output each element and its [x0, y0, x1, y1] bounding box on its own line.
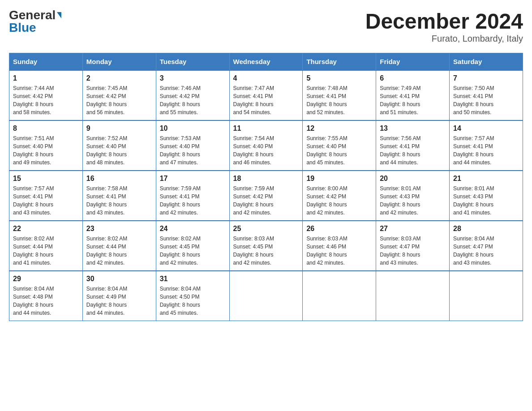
- calendar-header-row: SundayMondayTuesdayWednesdayThursdayFrid…: [9, 53, 523, 71]
- day-info: Sunrise: 8:04 AMSunset: 4:50 PMDaylight:…: [160, 285, 226, 317]
- day-number: 12: [306, 124, 372, 133]
- day-of-week-header: Wednesday: [229, 53, 303, 71]
- calendar-cell: 2Sunrise: 7:45 AMSunset: 4:42 PMDaylight…: [82, 70, 156, 120]
- day-of-week-header: Thursday: [303, 53, 376, 71]
- day-of-week-header: Saturday: [450, 53, 523, 71]
- day-of-week-header: Monday: [82, 53, 156, 71]
- day-info: Sunrise: 8:04 AMSunset: 4:48 PMDaylight:…: [13, 285, 79, 317]
- day-info: Sunrise: 8:00 AMSunset: 4:42 PMDaylight:…: [306, 184, 372, 217]
- month-title: December 2024: [365, 9, 523, 34]
- day-number: 14: [453, 124, 519, 133]
- day-number: 20: [380, 175, 446, 183]
- calendar-cell: 20Sunrise: 8:01 AMSunset: 4:43 PMDayligh…: [376, 171, 450, 221]
- page-header: General Blue December 2024 Furato, Lomba…: [9, 9, 523, 44]
- day-number: 1: [13, 74, 79, 82]
- calendar-cell: 10Sunrise: 7:53 AMSunset: 4:40 PMDayligh…: [156, 120, 229, 171]
- day-number: 30: [86, 275, 152, 283]
- day-number: 19: [306, 175, 372, 183]
- day-info: Sunrise: 7:46 AMSunset: 4:42 PMDaylight:…: [160, 84, 226, 116]
- day-number: 31: [160, 275, 226, 283]
- day-info: Sunrise: 8:03 AMSunset: 4:47 PMDaylight:…: [380, 235, 446, 267]
- calendar-cell: 25Sunrise: 8:03 AMSunset: 4:45 PMDayligh…: [229, 221, 303, 271]
- day-info: Sunrise: 7:57 AMSunset: 4:41 PMDaylight:…: [453, 134, 519, 167]
- location: Furato, Lombardy, Italy: [365, 34, 523, 44]
- calendar-cell: [376, 271, 450, 321]
- day-info: Sunrise: 7:49 AMSunset: 4:41 PMDaylight:…: [380, 84, 446, 116]
- day-number: 18: [233, 175, 299, 183]
- calendar-cell: 12Sunrise: 7:55 AMSunset: 4:40 PMDayligh…: [303, 120, 376, 171]
- calendar-cell: 9Sunrise: 7:52 AMSunset: 4:40 PMDaylight…: [82, 120, 156, 171]
- day-number: 8: [13, 124, 79, 133]
- calendar-table: SundayMondayTuesdayWednesdayThursdayFrid…: [9, 53, 523, 321]
- calendar-cell: [303, 271, 376, 321]
- calendar-cell: 3Sunrise: 7:46 AMSunset: 4:42 PMDaylight…: [156, 70, 229, 120]
- calendar-cell: [450, 271, 523, 321]
- day-number: 25: [233, 225, 299, 233]
- day-number: 22: [13, 225, 79, 233]
- day-info: Sunrise: 8:02 AMSunset: 4:44 PMDaylight:…: [13, 235, 79, 267]
- day-number: 2: [86, 74, 152, 82]
- day-number: 6: [380, 74, 446, 82]
- day-info: Sunrise: 8:02 AMSunset: 4:44 PMDaylight:…: [86, 235, 152, 267]
- calendar-cell: 18Sunrise: 7:59 AMSunset: 4:42 PMDayligh…: [229, 171, 303, 221]
- day-info: Sunrise: 7:53 AMSunset: 4:40 PMDaylight:…: [160, 134, 226, 167]
- day-info: Sunrise: 7:48 AMSunset: 4:41 PMDaylight:…: [306, 84, 372, 116]
- calendar-cell: 1Sunrise: 7:44 AMSunset: 4:42 PMDaylight…: [9, 70, 83, 120]
- day-of-week-header: Friday: [376, 53, 450, 71]
- calendar-cell: 7Sunrise: 7:50 AMSunset: 4:41 PMDaylight…: [450, 70, 523, 120]
- logo-general-text: General: [9, 9, 56, 21]
- calendar-cell: 17Sunrise: 7:59 AMSunset: 4:41 PMDayligh…: [156, 171, 229, 221]
- day-number: 3: [160, 74, 226, 82]
- calendar-cell: 21Sunrise: 8:01 AMSunset: 4:43 PMDayligh…: [450, 171, 523, 221]
- day-info: Sunrise: 7:44 AMSunset: 4:42 PMDaylight:…: [13, 84, 79, 116]
- day-number: 9: [86, 124, 152, 133]
- day-info: Sunrise: 8:04 AMSunset: 4:47 PMDaylight:…: [453, 235, 519, 267]
- day-info: Sunrise: 7:57 AMSunset: 4:41 PMDaylight:…: [13, 184, 79, 217]
- calendar-cell: 31Sunrise: 8:04 AMSunset: 4:50 PMDayligh…: [156, 271, 229, 321]
- day-number: 27: [380, 225, 446, 233]
- day-of-week-header: Tuesday: [156, 53, 229, 71]
- calendar-cell: 30Sunrise: 8:04 AMSunset: 4:49 PMDayligh…: [82, 271, 156, 321]
- day-info: Sunrise: 7:56 AMSunset: 4:41 PMDaylight:…: [380, 134, 446, 167]
- day-of-week-header: Sunday: [9, 53, 83, 71]
- day-info: Sunrise: 8:01 AMSunset: 4:43 PMDaylight:…: [453, 184, 519, 217]
- day-info: Sunrise: 7:50 AMSunset: 4:41 PMDaylight:…: [453, 84, 519, 116]
- day-info: Sunrise: 8:03 AMSunset: 4:46 PMDaylight:…: [306, 235, 372, 267]
- calendar-cell: 27Sunrise: 8:03 AMSunset: 4:47 PMDayligh…: [376, 221, 450, 271]
- calendar-cell: 22Sunrise: 8:02 AMSunset: 4:44 PMDayligh…: [9, 221, 83, 271]
- day-number: 28: [453, 225, 519, 233]
- day-info: Sunrise: 8:01 AMSunset: 4:43 PMDaylight:…: [380, 184, 446, 217]
- day-number: 4: [233, 74, 299, 82]
- calendar-cell: 24Sunrise: 8:02 AMSunset: 4:45 PMDayligh…: [156, 221, 229, 271]
- day-info: Sunrise: 7:47 AMSunset: 4:41 PMDaylight:…: [233, 84, 299, 116]
- calendar-cell: 6Sunrise: 7:49 AMSunset: 4:41 PMDaylight…: [376, 70, 450, 120]
- day-number: 5: [306, 74, 372, 82]
- day-number: 29: [13, 275, 79, 283]
- logo: General Blue: [9, 9, 61, 34]
- calendar-cell: 26Sunrise: 8:03 AMSunset: 4:46 PMDayligh…: [303, 221, 376, 271]
- week-row: 1Sunrise: 7:44 AMSunset: 4:42 PMDaylight…: [9, 70, 523, 120]
- day-info: Sunrise: 7:59 AMSunset: 4:42 PMDaylight:…: [233, 184, 299, 217]
- day-number: 11: [233, 124, 299, 133]
- calendar-cell: 15Sunrise: 7:57 AMSunset: 4:41 PMDayligh…: [9, 171, 83, 221]
- calendar-cell: 23Sunrise: 8:02 AMSunset: 4:44 PMDayligh…: [82, 221, 156, 271]
- day-info: Sunrise: 7:55 AMSunset: 4:40 PMDaylight:…: [306, 134, 372, 167]
- day-info: Sunrise: 7:58 AMSunset: 4:41 PMDaylight:…: [86, 184, 152, 217]
- day-info: Sunrise: 7:52 AMSunset: 4:40 PMDaylight:…: [86, 134, 152, 167]
- day-info: Sunrise: 8:03 AMSunset: 4:45 PMDaylight:…: [233, 235, 299, 267]
- day-number: 23: [86, 225, 152, 233]
- day-number: 24: [160, 225, 226, 233]
- logo-arrow-icon: [57, 12, 61, 18]
- calendar-cell: 11Sunrise: 7:54 AMSunset: 4:40 PMDayligh…: [229, 120, 303, 171]
- day-info: Sunrise: 7:45 AMSunset: 4:42 PMDaylight:…: [86, 84, 152, 116]
- calendar-cell: 28Sunrise: 8:04 AMSunset: 4:47 PMDayligh…: [450, 221, 523, 271]
- calendar-cell: 14Sunrise: 7:57 AMSunset: 4:41 PMDayligh…: [450, 120, 523, 171]
- logo-blue-text: Blue: [9, 21, 36, 34]
- calendar-cell: 29Sunrise: 8:04 AMSunset: 4:48 PMDayligh…: [9, 271, 83, 321]
- week-row: 29Sunrise: 8:04 AMSunset: 4:48 PMDayligh…: [9, 271, 523, 321]
- week-row: 15Sunrise: 7:57 AMSunset: 4:41 PMDayligh…: [9, 171, 523, 221]
- calendar-cell: 5Sunrise: 7:48 AMSunset: 4:41 PMDaylight…: [303, 70, 376, 120]
- calendar-cell: 8Sunrise: 7:51 AMSunset: 4:40 PMDaylight…: [9, 120, 83, 171]
- calendar-cell: 16Sunrise: 7:58 AMSunset: 4:41 PMDayligh…: [82, 171, 156, 221]
- calendar-cell: 13Sunrise: 7:56 AMSunset: 4:41 PMDayligh…: [376, 120, 450, 171]
